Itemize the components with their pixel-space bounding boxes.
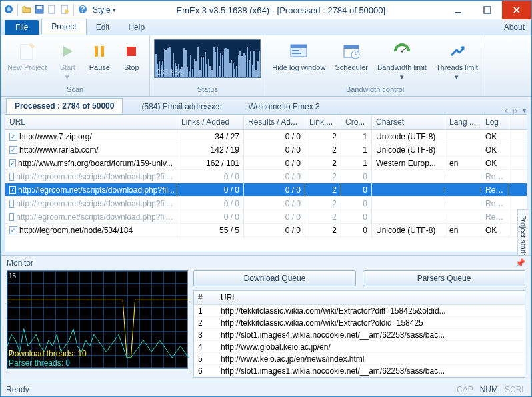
save-icon[interactable] xyxy=(34,4,45,17)
pause-button[interactable]: Pause xyxy=(85,39,113,73)
parsers-queue-button[interactable]: Parsers Queue xyxy=(363,270,525,286)
grid-header: URL Links / Added Results / Ad... Link .… xyxy=(5,115,527,130)
svg-rect-13 xyxy=(101,46,104,57)
content-tabs: Processed : 2784 of 50000 (584) Email ad… xyxy=(1,97,531,114)
bandwidth-limit-button[interactable]: Bandwidth limit▾ xyxy=(375,39,429,82)
title-bar: ? Style▾ EmEx 3 v3.5.1638 (x64) - [Proce… xyxy=(1,1,531,19)
svg-text:?: ? xyxy=(80,5,85,14)
stop-button[interactable]: Stop xyxy=(117,39,145,73)
new-project-button[interactable]: New Project xyxy=(5,39,49,73)
hide-log-button[interactable]: Hide log window xyxy=(269,39,328,73)
col-url[interactable]: URL xyxy=(5,115,177,129)
col-log[interactable]: Log xyxy=(481,115,509,129)
checkbox-icon[interactable] xyxy=(9,200,14,208)
start-button[interactable]: Start▾ xyxy=(53,39,81,82)
tab-processed[interactable]: Processed : 2784 of 50000 xyxy=(6,98,123,114)
col-lang[interactable]: Lang ... xyxy=(445,115,481,129)
url-grid: URL Links / Added Results / Ad... Link .… xyxy=(5,114,527,252)
table-row[interactable]: http://legroom.net/scripts/download.php?… xyxy=(5,197,527,210)
svg-rect-17 xyxy=(292,50,299,51)
list-item[interactable]: 5http://www.keio.ac.jp/en/news/index.htm… xyxy=(194,353,525,365)
checkbox-icon[interactable]: ✓ xyxy=(9,133,17,141)
table-row[interactable]: http://legroom.net/scripts/download.php?… xyxy=(5,210,527,224)
tab-file[interactable]: File xyxy=(5,20,39,35)
svg-rect-11 xyxy=(21,45,33,59)
table-row[interactable]: http://legroom.net/scripts/download.php?… xyxy=(5,170,527,183)
queue-grid: # URL 1http://tekkitclassic.wikia.com/wi… xyxy=(193,290,525,378)
svg-rect-10 xyxy=(484,7,491,13)
status-scrl: SCRL xyxy=(505,385,526,394)
group-scan-label: Scan xyxy=(5,85,145,95)
svg-rect-20 xyxy=(344,45,359,49)
list-item[interactable]: 1http://tekkitclassic.wikia.com/wiki/Ext… xyxy=(194,305,525,317)
scheduler-button[interactable]: Scheduler xyxy=(332,39,371,73)
list-item[interactable]: 4http://www.global.keio.ac.jp/en/ xyxy=(194,341,525,353)
svg-rect-4 xyxy=(49,5,55,13)
threads-icon xyxy=(446,41,467,62)
about-link[interactable]: About xyxy=(497,20,531,35)
checkbox-icon[interactable]: ✓ xyxy=(9,159,16,167)
maximize-button[interactable] xyxy=(473,1,502,19)
threads-limit-button[interactable]: Threads limit▾ xyxy=(433,39,481,82)
table-row[interactable]: ✓http://www.7-zip.org/34 / 270 / 021Unic… xyxy=(5,130,527,143)
svg-rect-12 xyxy=(95,46,98,57)
tab-emails[interactable]: (584) Email addresses xyxy=(133,99,229,114)
tab-welcome[interactable]: Welcome to Emex 3 xyxy=(241,99,328,114)
checkbox-icon[interactable]: ✓ xyxy=(9,226,17,234)
svg-rect-16 xyxy=(291,45,307,48)
bandwidth-icon xyxy=(391,41,413,62)
tab-next-icon[interactable]: ▷ xyxy=(513,107,519,114)
col-results-added[interactable]: Results / Ad... xyxy=(244,115,305,129)
monitor-graph: 15 0 Download threads: 10 Parser threads… xyxy=(7,270,188,369)
tab-menu-icon[interactable]: ▾ xyxy=(523,107,526,114)
table-row[interactable]: ✓http://www.msfn.org/board/forum/159-uni… xyxy=(5,157,527,170)
list-item[interactable]: 3http://slot1.images4.wikia.nocookie.net… xyxy=(194,329,525,341)
monitor-panel: Monitor 📌 15 0 Download threads: 10 Pars… xyxy=(1,255,531,382)
close-button[interactable] xyxy=(502,1,531,19)
app-icon xyxy=(3,4,14,17)
hide-log-icon xyxy=(288,41,309,62)
tab-edit[interactable]: Edit xyxy=(87,20,119,35)
minimize-button[interactable] xyxy=(443,1,473,19)
tab-project[interactable]: Project xyxy=(41,19,86,35)
status-graph: 263 KB/s xyxy=(154,39,261,78)
svg-point-1 xyxy=(7,7,11,11)
status-ready: Ready xyxy=(6,385,29,394)
document-icon[interactable] xyxy=(47,4,57,17)
quick-access-toolbar: ? Style▾ xyxy=(3,4,119,17)
stop-icon xyxy=(121,41,142,62)
checkbox-icon[interactable]: ✓ xyxy=(9,146,17,154)
list-item[interactable]: 6http://slot1.images1.wikia.nocookie.net… xyxy=(194,365,525,377)
window-title: EmEx 3 v3.5.1638 (x64) - [Processed : 27… xyxy=(119,5,443,15)
pause-icon xyxy=(89,41,110,62)
qcol-url[interactable]: URL xyxy=(217,291,525,304)
side-tab-statistics[interactable]: Project statistics xyxy=(517,209,529,255)
col-cro[interactable]: Cro... xyxy=(341,115,372,129)
status-num: NUM xyxy=(480,385,498,394)
tab-help[interactable]: Help xyxy=(119,20,154,35)
ribbon-tabs: File Project Edit Help About xyxy=(1,19,531,35)
download-queue-button[interactable]: Download Queue xyxy=(193,270,356,286)
col-charset[interactable]: Charset xyxy=(372,115,445,129)
svg-rect-18 xyxy=(292,53,301,54)
table-row[interactable]: ✓http://legroom.net/scripts/download.php… xyxy=(5,183,527,197)
svg-rect-9 xyxy=(455,12,461,13)
checkbox-icon[interactable]: ✓ xyxy=(9,186,16,194)
style-dropdown[interactable]: Style▾ xyxy=(90,5,119,15)
qcol-number[interactable]: # xyxy=(194,291,217,304)
checkbox-icon[interactable] xyxy=(9,213,14,221)
table-row[interactable]: ✓http://www.rarlab.com/142 / 190 / 021Un… xyxy=(5,143,527,157)
open-icon[interactable] xyxy=(21,4,32,17)
status-bar: Ready CAP NUM SCRL xyxy=(1,382,531,396)
tab-prev-icon[interactable]: ◁ xyxy=(504,107,509,114)
help-icon[interactable]: ? xyxy=(77,4,88,17)
table-row[interactable]: ✓http://legroom.net/node/534/18455 / 50 … xyxy=(5,224,527,237)
list-item[interactable]: 2http://tekkitclassic.wikia.com/wiki/Ext… xyxy=(194,317,525,329)
col-link[interactable]: Link ... xyxy=(305,115,341,129)
document-star-icon[interactable] xyxy=(59,4,70,17)
pin-icon[interactable]: 📌 xyxy=(515,258,525,268)
svg-rect-3 xyxy=(37,6,42,9)
status-rate: 263 KB/s xyxy=(157,69,184,76)
col-links-added[interactable]: Links / Added xyxy=(177,115,244,129)
checkbox-icon[interactable] xyxy=(9,173,14,181)
